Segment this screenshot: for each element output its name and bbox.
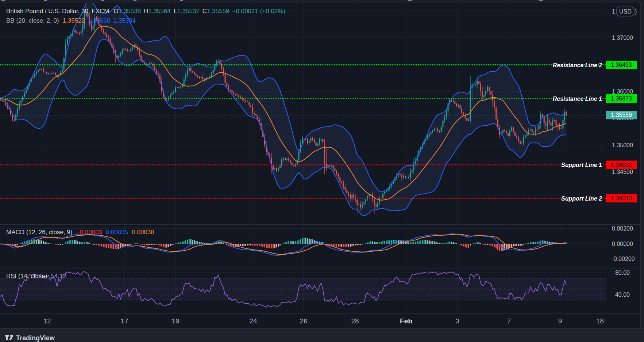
svg-text:0.00200: 0.00200 xyxy=(612,225,633,232)
svg-text:24: 24 xyxy=(249,317,257,325)
svg-text:Resistance Line 2: Resistance Line 2 xyxy=(553,62,602,68)
svg-text:28: 28 xyxy=(351,317,359,325)
svg-text:): ) xyxy=(635,8,637,15)
svg-text:1.35000: 1.35000 xyxy=(612,142,633,148)
svg-text:British Pound / U.S. Dollar, 3: British Pound / U.S. Dollar, 30, FXCMO1.… xyxy=(6,8,285,15)
svg-text:0.00000: 0.00000 xyxy=(612,241,633,247)
svg-text:3: 3 xyxy=(456,317,460,325)
svg-text:Resistance Line 1: Resistance Line 1 xyxy=(553,96,602,102)
svg-text:1.34633: 1.34633 xyxy=(611,162,632,168)
svg-text:TradingView: TradingView xyxy=(16,334,55,342)
svg-text:9: 9 xyxy=(558,317,562,325)
svg-text:1.35873: 1.35873 xyxy=(611,95,632,102)
svg-text:1.37000: 1.37000 xyxy=(612,35,633,41)
svg-text:1.34500: 1.34500 xyxy=(612,169,633,175)
svg-text:19: 19 xyxy=(171,317,179,325)
svg-text:Support Line 1: Support Line 1 xyxy=(561,162,602,168)
svg-text:12: 12 xyxy=(43,317,51,325)
svg-text:RSI (14, close)54.12: RSI (14, close)54.12 xyxy=(6,273,66,280)
svg-text:1.35559: 1.35559 xyxy=(611,112,632,118)
svg-text:1.36493: 1.36493 xyxy=(611,62,632,68)
svg-text:7: 7 xyxy=(507,317,511,325)
svg-text:−0.00200: −0.00200 xyxy=(610,256,635,262)
svg-text:80.00: 80.00 xyxy=(615,270,630,276)
svg-text:1.36000: 1.36000 xyxy=(612,88,633,95)
svg-text:Feb: Feb xyxy=(400,317,412,325)
svg-text:17: 17 xyxy=(120,317,128,325)
svg-text:18:: 18: xyxy=(596,317,606,325)
svg-text:MACD (12, 26, close, 9)−0.0000: MACD (12, 26, close, 9)−0.000030.000350.… xyxy=(6,229,154,236)
svg-text:26: 26 xyxy=(300,317,307,325)
svg-text:1.34013: 1.34013 xyxy=(611,195,632,201)
svg-text:40.00: 40.00 xyxy=(615,292,630,298)
svg-text:BB (20, close, 2, 0)1.355221.3: BB (20, close, 2, 0)1.355221.356601.3538… xyxy=(6,17,136,24)
svg-text:USD: USD xyxy=(619,8,632,15)
svg-text:Support Line 2: Support Line 2 xyxy=(561,195,602,202)
